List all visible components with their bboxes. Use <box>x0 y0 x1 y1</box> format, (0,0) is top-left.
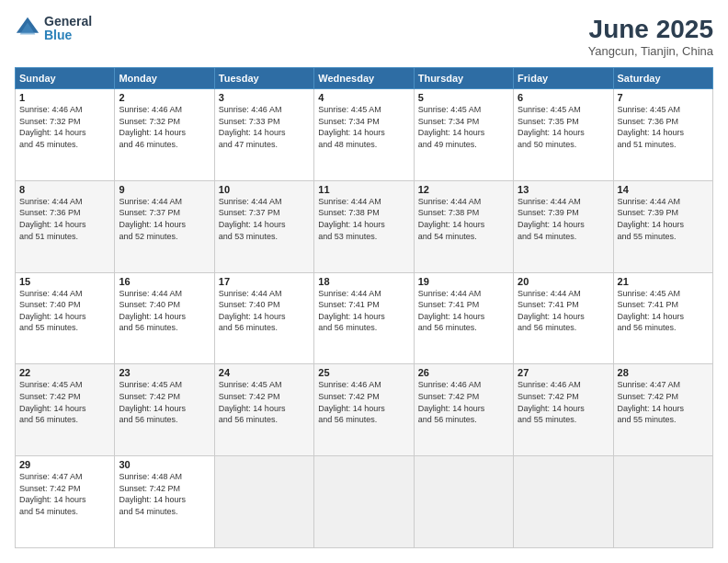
calendar-day-cell: 26Sunrise: 4:46 AM Sunset: 7:42 PM Dayli… <box>414 364 513 456</box>
header: General Blue June 2025 Yangcun, Tianjin,… <box>15 15 713 58</box>
day-info: Sunrise: 4:44 AM Sunset: 7:40 PM Dayligh… <box>219 288 310 334</box>
calendar-week-row: 8Sunrise: 4:44 AM Sunset: 7:36 PM Daylig… <box>16 180 713 272</box>
calendar-day-cell <box>214 456 313 548</box>
day-info: Sunrise: 4:45 AM Sunset: 7:35 PM Dayligh… <box>518 104 609 150</box>
day-number: 27 <box>518 367 609 378</box>
day-info: Sunrise: 4:44 AM Sunset: 7:41 PM Dayligh… <box>518 288 609 334</box>
day-info: Sunrise: 4:45 AM Sunset: 7:41 PM Dayligh… <box>618 288 709 334</box>
day-info: Sunrise: 4:44 AM Sunset: 7:39 PM Dayligh… <box>618 196 709 242</box>
day-info: Sunrise: 4:44 AM Sunset: 7:41 PM Dayligh… <box>418 288 509 334</box>
calendar-day-cell: 4Sunrise: 4:45 AM Sunset: 7:34 PM Daylig… <box>314 89 414 181</box>
calendar-table: SundayMondayTuesdayWednesdayThursdayFrid… <box>15 67 713 548</box>
day-number: 5 <box>418 92 509 103</box>
calendar-day-cell: 2Sunrise: 4:46 AM Sunset: 7:32 PM Daylig… <box>115 89 214 181</box>
calendar-week-row: 1Sunrise: 4:46 AM Sunset: 7:32 PM Daylig… <box>16 89 713 181</box>
calendar-day-cell: 5Sunrise: 4:45 AM Sunset: 7:34 PM Daylig… <box>414 89 513 181</box>
day-number: 26 <box>418 367 509 378</box>
calendar-day-cell <box>414 456 513 548</box>
day-number: 23 <box>119 367 210 378</box>
calendar-day-cell: 9Sunrise: 4:44 AM Sunset: 7:37 PM Daylig… <box>115 180 214 272</box>
logo: General Blue <box>15 15 92 43</box>
calendar-day-cell: 19Sunrise: 4:44 AM Sunset: 7:41 PM Dayli… <box>414 272 513 364</box>
day-number: 8 <box>19 184 110 195</box>
calendar-day-cell: 6Sunrise: 4:45 AM Sunset: 7:35 PM Daylig… <box>514 89 613 181</box>
day-number: 7 <box>618 92 709 103</box>
day-number: 14 <box>618 184 709 195</box>
weekday-header-cell: Friday <box>514 68 613 89</box>
day-info: Sunrise: 4:45 AM Sunset: 7:34 PM Dayligh… <box>318 104 409 150</box>
calendar-day-cell: 7Sunrise: 4:45 AM Sunset: 7:36 PM Daylig… <box>613 89 712 181</box>
calendar-day-cell: 10Sunrise: 4:44 AM Sunset: 7:37 PM Dayli… <box>214 180 313 272</box>
calendar-day-cell: 27Sunrise: 4:46 AM Sunset: 7:42 PM Dayli… <box>514 364 613 456</box>
day-info: Sunrise: 4:47 AM Sunset: 7:42 PM Dayligh… <box>19 471 110 517</box>
logo-icon <box>15 16 40 41</box>
calendar-day-cell: 22Sunrise: 4:45 AM Sunset: 7:42 PM Dayli… <box>16 364 115 456</box>
calendar-day-cell: 30Sunrise: 4:48 AM Sunset: 7:42 PM Dayli… <box>115 456 214 548</box>
day-info: Sunrise: 4:45 AM Sunset: 7:34 PM Dayligh… <box>418 104 509 150</box>
calendar-day-cell: 3Sunrise: 4:46 AM Sunset: 7:33 PM Daylig… <box>214 89 313 181</box>
day-number: 3 <box>219 92 310 103</box>
day-number: 25 <box>318 367 409 378</box>
day-number: 9 <box>119 184 210 195</box>
logo-general: General <box>44 15 92 29</box>
day-info: Sunrise: 4:46 AM Sunset: 7:42 PM Dayligh… <box>518 379 609 425</box>
calendar-day-cell: 1Sunrise: 4:46 AM Sunset: 7:32 PM Daylig… <box>16 89 115 181</box>
calendar-header-row: SundayMondayTuesdayWednesdayThursdayFrid… <box>16 68 713 89</box>
day-number: 2 <box>119 92 210 103</box>
day-number: 24 <box>219 367 310 378</box>
calendar-day-cell: 23Sunrise: 4:45 AM Sunset: 7:42 PM Dayli… <box>115 364 214 456</box>
weekday-header-cell: Tuesday <box>214 68 313 89</box>
calendar-day-cell: 29Sunrise: 4:47 AM Sunset: 7:42 PM Dayli… <box>16 456 115 548</box>
calendar-day-cell: 14Sunrise: 4:44 AM Sunset: 7:39 PM Dayli… <box>613 180 712 272</box>
day-info: Sunrise: 4:46 AM Sunset: 7:42 PM Dayligh… <box>318 379 409 425</box>
calendar-day-cell <box>514 456 613 548</box>
calendar-day-cell: 11Sunrise: 4:44 AM Sunset: 7:38 PM Dayli… <box>314 180 414 272</box>
day-info: Sunrise: 4:45 AM Sunset: 7:42 PM Dayligh… <box>219 379 310 425</box>
day-info: Sunrise: 4:48 AM Sunset: 7:42 PM Dayligh… <box>119 471 210 517</box>
calendar-day-cell: 17Sunrise: 4:44 AM Sunset: 7:40 PM Dayli… <box>214 272 313 364</box>
weekday-header-cell: Thursday <box>414 68 513 89</box>
calendar-day-cell: 20Sunrise: 4:44 AM Sunset: 7:41 PM Dayli… <box>514 272 613 364</box>
title-block: June 2025 Yangcun, Tianjin, China <box>588 15 713 58</box>
day-number: 13 <box>518 184 609 195</box>
day-number: 1 <box>19 92 110 103</box>
day-number: 17 <box>219 276 310 287</box>
day-number: 16 <box>119 276 210 287</box>
calendar-week-row: 29Sunrise: 4:47 AM Sunset: 7:42 PM Dayli… <box>16 456 713 548</box>
day-number: 19 <box>418 276 509 287</box>
calendar-week-row: 15Sunrise: 4:44 AM Sunset: 7:40 PM Dayli… <box>16 272 713 364</box>
weekday-header-cell: Sunday <box>16 68 115 89</box>
day-number: 10 <box>219 184 310 195</box>
day-info: Sunrise: 4:44 AM Sunset: 7:37 PM Dayligh… <box>119 196 210 242</box>
day-number: 15 <box>19 276 110 287</box>
day-info: Sunrise: 4:45 AM Sunset: 7:42 PM Dayligh… <box>19 379 110 425</box>
day-number: 22 <box>19 367 110 378</box>
calendar-week-row: 22Sunrise: 4:45 AM Sunset: 7:42 PM Dayli… <box>16 364 713 456</box>
calendar-day-cell: 24Sunrise: 4:45 AM Sunset: 7:42 PM Dayli… <box>214 364 313 456</box>
page: General Blue June 2025 Yangcun, Tianjin,… <box>0 0 728 563</box>
weekday-header-cell: Saturday <box>613 68 712 89</box>
weekday-header-cell: Monday <box>115 68 214 89</box>
day-info: Sunrise: 4:44 AM Sunset: 7:41 PM Dayligh… <box>318 288 409 334</box>
day-info: Sunrise: 4:44 AM Sunset: 7:38 PM Dayligh… <box>418 196 509 242</box>
day-info: Sunrise: 4:45 AM Sunset: 7:42 PM Dayligh… <box>119 379 210 425</box>
location: Yangcun, Tianjin, China <box>588 44 713 58</box>
calendar-day-cell <box>613 456 712 548</box>
calendar-day-cell: 16Sunrise: 4:44 AM Sunset: 7:40 PM Dayli… <box>115 272 214 364</box>
logo-text: General Blue <box>44 15 92 43</box>
day-number: 30 <box>119 459 210 470</box>
logo-blue: Blue <box>44 29 92 42</box>
day-number: 29 <box>19 459 110 470</box>
calendar-day-cell: 13Sunrise: 4:44 AM Sunset: 7:39 PM Dayli… <box>514 180 613 272</box>
calendar-day-cell: 21Sunrise: 4:45 AM Sunset: 7:41 PM Dayli… <box>613 272 712 364</box>
day-number: 20 <box>518 276 609 287</box>
day-info: Sunrise: 4:46 AM Sunset: 7:32 PM Dayligh… <box>19 104 110 150</box>
day-info: Sunrise: 4:46 AM Sunset: 7:33 PM Dayligh… <box>219 104 310 150</box>
day-number: 28 <box>618 367 709 378</box>
day-info: Sunrise: 4:45 AM Sunset: 7:36 PM Dayligh… <box>618 104 709 150</box>
day-info: Sunrise: 4:46 AM Sunset: 7:32 PM Dayligh… <box>119 104 210 150</box>
calendar-day-cell: 28Sunrise: 4:47 AM Sunset: 7:42 PM Dayli… <box>613 364 712 456</box>
calendar-day-cell: 8Sunrise: 4:44 AM Sunset: 7:36 PM Daylig… <box>16 180 115 272</box>
month-title: June 2025 <box>588 15 713 44</box>
calendar-day-cell: 15Sunrise: 4:44 AM Sunset: 7:40 PM Dayli… <box>16 272 115 364</box>
